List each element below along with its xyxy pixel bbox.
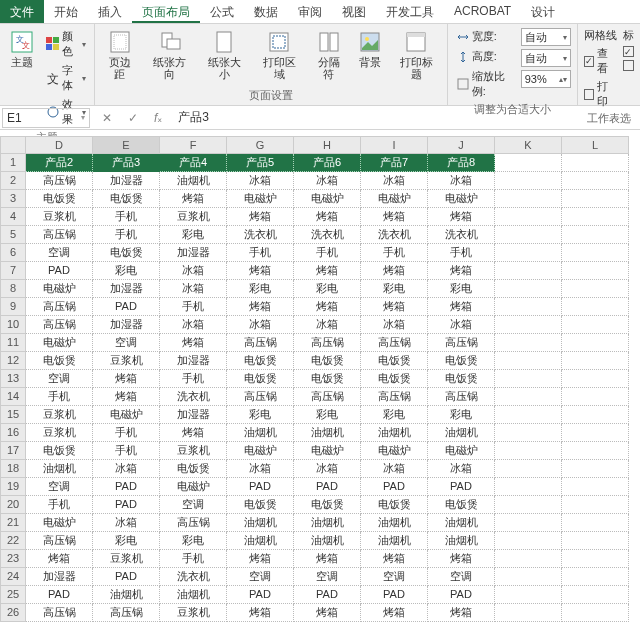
- tab-view[interactable]: 视图: [332, 0, 376, 23]
- cell[interactable]: [495, 514, 562, 532]
- cell[interactable]: [562, 496, 629, 514]
- row-header[interactable]: 17: [0, 442, 26, 460]
- cell[interactable]: PAD: [294, 478, 361, 496]
- cell[interactable]: [562, 334, 629, 352]
- cell[interactable]: 高压锅: [227, 388, 294, 406]
- cell[interactable]: 烤箱: [227, 550, 294, 568]
- cell[interactable]: [495, 532, 562, 550]
- tab-design[interactable]: 设计: [521, 0, 565, 23]
- col-header-G[interactable]: G: [227, 136, 294, 154]
- cell[interactable]: PAD: [93, 298, 160, 316]
- cell[interactable]: 手机: [93, 226, 160, 244]
- cell[interactable]: [495, 190, 562, 208]
- cell[interactable]: 油烟机: [428, 424, 495, 442]
- cell[interactable]: 高压锅: [26, 604, 93, 622]
- gridlines-print-checkbox[interactable]: 打印: [584, 79, 617, 109]
- cell[interactable]: 冰箱: [160, 262, 227, 280]
- cell[interactable]: 油烟机: [361, 514, 428, 532]
- cell[interactable]: 加湿器: [160, 244, 227, 262]
- cell[interactable]: 电饭煲: [93, 244, 160, 262]
- cell[interactable]: [562, 460, 629, 478]
- col-header-F[interactable]: F: [160, 136, 227, 154]
- cell[interactable]: 电磁炉: [428, 190, 495, 208]
- tab-acrobat[interactable]: ACROBAT: [444, 0, 521, 23]
- cell[interactable]: 电饭煲: [227, 496, 294, 514]
- cell[interactable]: 烤箱: [361, 262, 428, 280]
- orientation-button[interactable]: 纸张方向: [145, 28, 194, 82]
- cell[interactable]: [562, 532, 629, 550]
- row-header[interactable]: 23: [0, 550, 26, 568]
- cell[interactable]: 彩电: [93, 262, 160, 280]
- cell[interactable]: PAD: [26, 586, 93, 604]
- cell[interactable]: [562, 550, 629, 568]
- cell[interactable]: [495, 154, 562, 172]
- cell[interactable]: 彩电: [428, 280, 495, 298]
- row-header[interactable]: 1: [0, 154, 26, 172]
- cell[interactable]: 烤箱: [26, 550, 93, 568]
- cell[interactable]: [562, 208, 629, 226]
- row-header[interactable]: 16: [0, 424, 26, 442]
- cell[interactable]: 电磁炉: [26, 334, 93, 352]
- cell[interactable]: 手机: [93, 208, 160, 226]
- cell[interactable]: [562, 244, 629, 262]
- cell[interactable]: 冰箱: [428, 316, 495, 334]
- cell[interactable]: 油烟机: [361, 532, 428, 550]
- cell[interactable]: [562, 352, 629, 370]
- row-header[interactable]: 18: [0, 460, 26, 478]
- row-header[interactable]: 8: [0, 280, 26, 298]
- cell[interactable]: 豆浆机: [160, 208, 227, 226]
- cell[interactable]: 冰箱: [361, 172, 428, 190]
- cell[interactable]: [562, 406, 629, 424]
- cell[interactable]: 彩电: [294, 406, 361, 424]
- cell[interactable]: [562, 586, 629, 604]
- cell[interactable]: 彩电: [93, 532, 160, 550]
- cell[interactable]: 烤箱: [227, 298, 294, 316]
- cell[interactable]: 高压锅: [428, 388, 495, 406]
- cell[interactable]: 豆浆机: [26, 208, 93, 226]
- cell[interactable]: 产品8: [428, 154, 495, 172]
- cell[interactable]: [495, 316, 562, 334]
- cell[interactable]: 油烟机: [227, 532, 294, 550]
- row-header[interactable]: 13: [0, 370, 26, 388]
- cell[interactable]: 电磁炉: [294, 442, 361, 460]
- cell[interactable]: 电磁炉: [428, 442, 495, 460]
- cell[interactable]: 烤箱: [428, 262, 495, 280]
- cell[interactable]: 空调: [361, 568, 428, 586]
- cell[interactable]: 豆浆机: [93, 352, 160, 370]
- cell[interactable]: 电磁炉: [26, 280, 93, 298]
- cell[interactable]: 烤箱: [227, 208, 294, 226]
- cell[interactable]: [495, 478, 562, 496]
- cell[interactable]: PAD: [93, 478, 160, 496]
- cell[interactable]: 电饭煲: [361, 370, 428, 388]
- cell[interactable]: 产品6: [294, 154, 361, 172]
- cell[interactable]: 烤箱: [361, 604, 428, 622]
- tab-data[interactable]: 数据: [244, 0, 288, 23]
- cell[interactable]: 高压锅: [227, 334, 294, 352]
- cell[interactable]: [562, 388, 629, 406]
- cell[interactable]: 油烟机: [294, 532, 361, 550]
- cell[interactable]: 高压锅: [26, 172, 93, 190]
- cell[interactable]: [562, 442, 629, 460]
- cell[interactable]: 洗衣机: [160, 568, 227, 586]
- cell[interactable]: [495, 604, 562, 622]
- cell[interactable]: 豆浆机: [160, 604, 227, 622]
- cell[interactable]: PAD: [26, 262, 93, 280]
- cell[interactable]: 产品3: [93, 154, 160, 172]
- insert-function-button[interactable]: fₓ: [150, 111, 166, 125]
- cell[interactable]: 高压锅: [361, 334, 428, 352]
- cell[interactable]: 电饭煲: [26, 190, 93, 208]
- cell[interactable]: [562, 154, 629, 172]
- cell[interactable]: 烤箱: [294, 262, 361, 280]
- row-header[interactable]: 6: [0, 244, 26, 262]
- cell[interactable]: 彩电: [227, 406, 294, 424]
- cell[interactable]: [562, 172, 629, 190]
- cell[interactable]: 电饭煲: [361, 496, 428, 514]
- cell[interactable]: 电磁炉: [361, 442, 428, 460]
- row-header[interactable]: 14: [0, 388, 26, 406]
- row-header[interactable]: 24: [0, 568, 26, 586]
- cell[interactable]: 电饭煲: [26, 352, 93, 370]
- cell[interactable]: 手机: [227, 244, 294, 262]
- cell[interactable]: PAD: [361, 586, 428, 604]
- row-header[interactable]: 26: [0, 604, 26, 622]
- cell[interactable]: 烤箱: [428, 550, 495, 568]
